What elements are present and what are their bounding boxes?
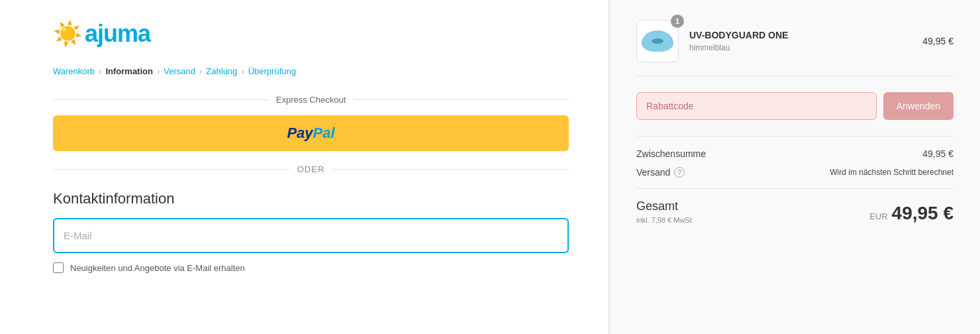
product-name: UV-BODYGUARD ONE [689,30,912,40]
oder-divider: ODER [53,164,569,174]
email-input[interactable] [53,218,569,253]
contact-section-title: Kontaktinformation [53,190,569,207]
express-checkout-divider: Express Checkout [53,95,569,105]
breadcrumb: Warenkorb › Information › Versand › Zahl… [53,66,569,76]
breadcrumb-warenkorb[interactable]: Warenkorb [53,66,95,76]
divider-line-right [354,99,569,100]
subtotal-value: 49,95 € [922,148,954,159]
breadcrumb-zahlung[interactable]: Zahlung [206,66,237,76]
breadcrumb-sep-2: › [157,66,160,76]
subtotal-label: Zwischensumme [636,148,706,159]
breadcrumb-sep-3: › [199,66,202,76]
grand-total-label-area: Gesamt inkl. 7,98 € MwSt [636,199,692,224]
breadcrumb-uberpruefung[interactable]: Überprüfung [248,66,296,76]
grand-total-sub: inkl. 7,98 € MwSt [636,216,692,224]
breadcrumb-sep-1: › [99,66,101,76]
grand-total-label: Gesamt [636,199,692,213]
logo-sun-icon: ☀️ [53,20,82,48]
shipping-help-icon[interactable]: ? [674,167,685,178]
grand-total-value-area: EUR 49,95 € [869,203,954,224]
shipping-value: Wird im nächsten Schritt berechnet [830,168,954,177]
product-row: 1 UV-BODYGUARD ONE himmelblau 49,95 € [636,20,954,76]
discount-input[interactable] [636,92,877,120]
breadcrumb-sep-4: › [241,66,244,76]
grand-total-row: Gesamt inkl. 7,98 € MwSt EUR 49,95 € [636,188,954,224]
newsletter-checkbox[interactable] [53,262,64,273]
breadcrumb-versand[interactable]: Versand [164,66,195,76]
order-summary: 1 UV-BODYGUARD ONE himmelblau 49,95 € An… [609,0,980,334]
grand-total-currency: EUR [869,211,887,221]
discount-apply-button[interactable]: Anwenden [883,92,954,120]
product-image-visual [642,30,673,52]
product-quantity-badge: 1 [671,15,684,28]
oder-line-right [332,169,569,170]
discount-row: Anwenden [636,92,954,120]
product-image-wrapper: 1 [636,20,679,62]
paypal-button[interactable]: PayPal [53,115,569,151]
oder-line-left [53,169,289,170]
product-variant: himmelblau [689,43,912,52]
newsletter-label: Neuigkeiten und Angebote via E-Mail erha… [70,263,245,273]
logo-wordmark: ajuma [85,20,150,48]
express-checkout-label: Express Checkout [276,95,346,105]
totals-section: Zwischensumme 49,95 € Versand ? Wird im … [636,136,954,178]
paypal-logo: PayPal [287,125,334,142]
product-price: 49,95 € [922,36,954,46]
newsletter-row: Neuigkeiten und Angebote via E-Mail erha… [53,262,569,273]
oder-label: ODER [297,164,325,174]
product-info: UV-BODYGUARD ONE himmelblau [689,30,912,52]
shipping-label: Versand ? [636,167,685,178]
divider-line-left [53,99,268,100]
product-image-box [636,20,679,62]
shipping-row: Versand ? Wird im nächsten Schritt berec… [636,167,954,178]
grand-total-amount: 49,95 € [892,203,954,224]
breadcrumb-information[interactable]: Information [105,66,153,76]
subtotal-row: Zwischensumme 49,95 € [636,148,954,159]
logo: ☀️ ajuma [53,20,569,48]
